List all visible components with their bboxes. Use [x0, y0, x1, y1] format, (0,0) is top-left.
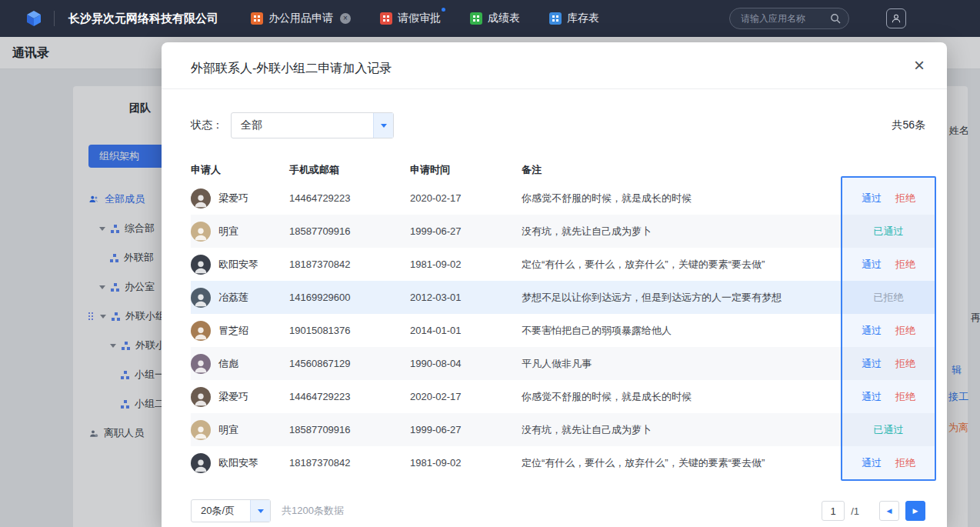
avatar [191, 387, 211, 407]
notification-badge [440, 6, 447, 13]
approved-status: 已通过 [874, 423, 904, 437]
approve-link[interactable]: 通过 [862, 192, 882, 205]
date-cell: 2014-01-01 [410, 325, 522, 336]
pagination-bar: 20条/页 共1200条数据 /1 ◀ ▶ [191, 498, 936, 524]
date-cell: 1981-09-02 [410, 258, 522, 270]
note-cell: 你感觉不舒服的时候，就是成长的时候 [522, 192, 841, 205]
table-row[interactable]: 梁爱巧 14464729223 2020-02-17 你感觉不舒服的时候，就是成… [191, 182, 936, 215]
table-body: 梁爱巧 14464729223 2020-02-17 你感觉不舒服的时候，就是成… [191, 182, 936, 479]
chevron-down-icon[interactable] [373, 113, 393, 138]
status-select[interactable]: 全部 [231, 112, 394, 138]
phone-cell: 18587709916 [289, 424, 410, 435]
applicant-name: 冶荔莲 [218, 291, 248, 305]
prev-page-button[interactable]: ◀ [879, 501, 899, 521]
note-cell: 不要害怕把自己的弱项暴露给他人 [522, 324, 841, 338]
date-cell: 2020-02-17 [410, 192, 522, 204]
pager: /1 ◀ ▶ [822, 501, 925, 521]
col-time: 申请时间 [410, 163, 522, 177]
divider [54, 11, 55, 26]
approve-link[interactable]: 通过 [862, 258, 882, 272]
avatar [191, 188, 211, 208]
note-cell: 梦想不足以让你到达远方，但是到达远方的人一定要有梦想 [522, 291, 841, 305]
col-note: 备注 [522, 163, 841, 177]
phone-cell: 14560867129 [289, 358, 410, 369]
applicant-name: 梁爱巧 [218, 192, 248, 205]
date-cell: 1999-06-27 [410, 424, 522, 435]
app-tab[interactable]: 办公用品申请 × [251, 12, 351, 25]
actions-cell: 通过 拒绝 [841, 324, 936, 338]
rejected-status: 已拒绝 [874, 291, 904, 305]
actions-cell: 已通过 [841, 423, 936, 437]
approve-link[interactable]: 通过 [862, 456, 882, 470]
app-tab[interactable]: 成绩表 [470, 12, 520, 25]
modal-body: 状态： 全部 共56条 申请人 手机或邮箱 申请时间 备注 梁爱巧 144647… [162, 112, 947, 524]
reject-link[interactable]: 拒绝 [895, 456, 915, 470]
avatar [191, 420, 211, 440]
chevron-down-icon[interactable] [250, 500, 270, 522]
date-cell: 1999-06-27 [410, 225, 522, 237]
table-row[interactable]: 信彪 14560867129 1990-08-04 平凡人做非凡事 通过 拒绝 [191, 347, 936, 380]
table-row[interactable]: 明宜 18587709916 1999-06-27 没有坑，就先让自己成为萝卜 … [191, 215, 936, 248]
applicant-name: 欧阳安琴 [218, 456, 258, 470]
reject-link[interactable]: 拒绝 [895, 390, 915, 404]
approve-link[interactable]: 通过 [862, 390, 882, 404]
phone-cell: 18187370842 [289, 457, 410, 469]
app-tab[interactable]: 库存表 [549, 12, 599, 25]
note-cell: 你感觉不舒服的时候，就是成长的时候 [522, 390, 841, 404]
approved-status: 已通过 [874, 225, 904, 238]
app-icon [549, 12, 562, 25]
phone-cell: 19015081376 [289, 325, 410, 336]
page-number-input[interactable] [822, 501, 845, 521]
applicant-name: 欧阳安琴 [218, 258, 258, 272]
avatar [191, 453, 211, 473]
app-logo-icon[interactable] [25, 9, 43, 28]
modal-header: 外部联系人-外联小组二申请加入记录 × [162, 42, 947, 89]
approve-link[interactable]: 通过 [862, 324, 882, 338]
page-total-text: /1 [851, 505, 859, 517]
col-phone: 手机或邮箱 [289, 163, 410, 177]
avatar [191, 354, 211, 374]
user-avatar-icon[interactable] [886, 8, 906, 28]
search-input[interactable] [741, 13, 830, 24]
table-row[interactable]: 冶荔莲 14169929600 2012-03-01 梦想不足以让你到达远方，但… [191, 281, 936, 314]
reject-link[interactable]: 拒绝 [895, 324, 915, 338]
tab-close-icon[interactable]: × [340, 13, 351, 24]
app-tab[interactable]: 请假审批 [380, 12, 441, 25]
applicant-name: 明宜 [218, 225, 238, 238]
avatar [191, 288, 211, 308]
app-icon [470, 12, 482, 25]
table-row[interactable]: 梁爱巧 14464729223 2020-02-17 你感觉不舒服的时候，就是成… [191, 380, 936, 413]
table-row[interactable]: 冒芝绍 19015081376 2014-01-01 不要害怕把自己的弱项暴露给… [191, 314, 936, 347]
applicant-name: 信彪 [218, 357, 238, 371]
note-cell: 平凡人做非凡事 [522, 357, 841, 371]
table-row[interactable]: 欧阳安琴 18187370842 1981-09-02 定位“有什么，要什么，放… [191, 446, 936, 479]
company-name[interactable]: 长沙异次元网络科技有限公司 [68, 12, 218, 26]
phone-cell: 18587709916 [289, 225, 410, 237]
close-icon[interactable]: × [908, 55, 930, 77]
col-applicant: 申请人 [191, 163, 289, 177]
table-row[interactable]: 欧阳安琴 18187370842 1981-09-02 定位“有什么，要什么，放… [191, 248, 936, 281]
next-page-button[interactable]: ▶ [905, 501, 925, 521]
actions-cell: 已通过 [841, 225, 936, 238]
search-icon[interactable] [830, 13, 841, 24]
phone-cell: 14464729223 [289, 391, 410, 402]
modal-title: 外部联系人-外联小组二申请加入记录 [162, 42, 947, 77]
app-icon [380, 12, 392, 25]
app-search[interactable] [729, 8, 849, 29]
tab-label: 请假审批 [398, 12, 441, 25]
reject-link[interactable]: 拒绝 [895, 192, 915, 205]
reject-link[interactable]: 拒绝 [895, 258, 915, 272]
table-row[interactable]: 明宜 18587709916 1999-06-27 没有坑，就先让自己成为萝卜 … [191, 413, 936, 446]
approve-link[interactable]: 通过 [862, 357, 882, 371]
table-header: 申请人 手机或邮箱 申请时间 备注 [191, 162, 936, 178]
tab-label: 办公用品申请 [268, 12, 333, 25]
avatar [191, 255, 211, 275]
actions-cell: 已拒绝 [841, 291, 936, 305]
avatar [191, 222, 211, 242]
note-cell: 定位“有什么，要什么，放弃什么”，关键的要素“要去做” [522, 258, 841, 272]
applicant-name: 冒芝绍 [218, 324, 248, 338]
app-icon [251, 12, 263, 25]
reject-link[interactable]: 拒绝 [895, 357, 915, 371]
page-size-select[interactable]: 20条/页 [191, 499, 271, 522]
note-cell: 没有坑，就先让自己成为萝卜 [522, 225, 841, 238]
